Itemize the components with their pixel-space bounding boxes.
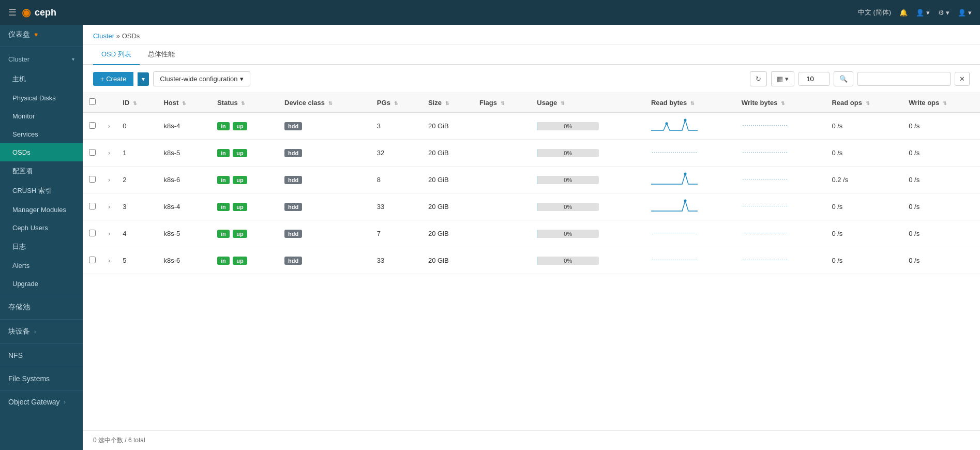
sidebar-item-block-device[interactable]: 块设备 › [0, 322, 83, 341]
sidebar-cluster-header[interactable]: Cluster ▾ [0, 49, 83, 69]
cluster-wide-config-button[interactable]: Cluster-wide configuration ▾ [153, 71, 250, 86]
sidebar-item-manager-modules[interactable]: Manager Modules [0, 201, 83, 219]
locale-selector[interactable]: 中文 (简体) [858, 8, 891, 17]
sidebar-item-alerts[interactable]: Alerts [0, 257, 83, 275]
svg-rect-135 [696, 233, 697, 233]
svg-rect-140 [751, 233, 752, 233]
row-expand-5[interactable]: › [102, 247, 116, 274]
row-checkbox-0[interactable] [89, 122, 96, 129]
row-checkbox-4[interactable] [89, 230, 96, 236]
cell-flags-0 [473, 112, 531, 140]
svg-rect-181 [745, 260, 746, 260]
usage-text-3: 0% [537, 203, 599, 211]
svg-rect-178 [693, 260, 695, 260]
sidebar-item-object-gateway[interactable]: Object Gateway › [0, 393, 83, 411]
header-size[interactable]: Size ⇅ [422, 93, 473, 112]
row-expand-3[interactable]: › [102, 193, 116, 220]
sidebar-item-logs[interactable]: 日志 [0, 237, 83, 257]
row-checkbox-cell[interactable] [83, 140, 102, 167]
svg-rect-168 [673, 260, 674, 260]
svg-rect-184 [751, 260, 752, 260]
cell-id-5: 5 [116, 247, 157, 274]
sidebar-item-ceph-users[interactable]: Ceph Users [0, 219, 83, 237]
header-flags[interactable]: Flags ⇅ [473, 93, 531, 112]
row-checkbox-5[interactable] [89, 257, 96, 263]
sidebar-item-osds[interactable]: OSDs [0, 143, 83, 161]
svg-rect-130 [685, 233, 686, 233]
badge-hdd-5: hdd [284, 257, 302, 265]
svg-rect-82 [770, 179, 771, 179]
svg-rect-97 [753, 206, 754, 206]
tab-osd-list[interactable]: OSD 列表 [93, 44, 140, 65]
row-checkbox-cell[interactable] [83, 167, 102, 193]
create-button[interactable]: + Create [93, 72, 133, 86]
user-icon[interactable]: 👤 ▾ [916, 9, 930, 17]
columns-button[interactable]: ▦ ▾ [771, 71, 794, 86]
settings-icon[interactable]: ⚙ ▾ [938, 9, 950, 17]
sidebar-item-file-systems[interactable]: File Systems [0, 369, 83, 388]
row-expand-2[interactable]: › [102, 167, 116, 193]
create-dropdown-button[interactable]: ▾ [138, 72, 149, 86]
svg-rect-166 [669, 260, 670, 260]
svg-rect-83 [772, 179, 773, 179]
row-checkbox-cell[interactable] [83, 193, 102, 220]
row-checkbox-3[interactable] [89, 203, 96, 209]
row-checkbox-cell[interactable] [83, 247, 102, 274]
svg-rect-81 [767, 179, 768, 179]
header-write-ops[interactable]: Write ops ⇅ [902, 93, 980, 112]
sidebar-item-monitor[interactable]: Monitor [0, 107, 83, 125]
breadcrumb-cluster[interactable]: Cluster [93, 32, 114, 40]
sidebar-item-config[interactable]: 配置项 [0, 161, 83, 181]
sidebar-item-storage-pool[interactable]: 存储池 [0, 297, 83, 317]
svg-rect-170 [677, 260, 678, 260]
sidebar-item-hosts[interactable]: 主机 [0, 69, 83, 89]
sidebar-item-crush[interactable]: CRUSH 索引 [0, 181, 83, 201]
header-device-class[interactable]: Device class ⇅ [278, 93, 371, 112]
sidebar-item-physical-disks[interactable]: Physical Disks [0, 89, 83, 107]
row-expand-0[interactable]: › [102, 112, 116, 140]
header-usage[interactable]: Usage ⇅ [531, 93, 645, 112]
breadcrumb-sep: » [116, 32, 120, 40]
svg-rect-124 [673, 233, 674, 233]
search-input[interactable] [857, 72, 951, 86]
tab-overall-perf[interactable]: 总体性能 [140, 44, 183, 65]
header-checkbox[interactable] [83, 93, 102, 112]
row-expand-4[interactable]: › [102, 220, 116, 247]
select-all-checkbox[interactable] [89, 98, 96, 105]
toolbar: + Create ▾ Cluster-wide configuration ▾ … [83, 65, 980, 93]
row-checkbox-2[interactable] [89, 176, 96, 183]
selection-count: 0 选中个数 / 6 total [93, 437, 145, 444]
svg-rect-46 [743, 152, 744, 153]
svg-rect-33 [671, 152, 672, 153]
row-expand-1[interactable]: › [102, 140, 116, 167]
header-id[interactable]: ID ⇅ [116, 93, 157, 112]
account-icon[interactable]: 👤 ▾ [958, 9, 972, 17]
row-checkbox-1[interactable] [89, 149, 96, 156]
read-bytes-sparkline-2 [651, 180, 698, 188]
sidebar-item-upgrade[interactable]: Upgrade [0, 275, 83, 293]
sidebar-item-nfs[interactable]: NFS [0, 346, 83, 365]
bell-icon[interactable]: 🔔 [899, 9, 908, 17]
svg-rect-129 [683, 233, 684, 233]
header-pgs[interactable]: PGs ⇅ [371, 93, 422, 112]
cell-host-2: k8s-6 [157, 167, 210, 193]
sidebar-item-services[interactable]: Services [0, 125, 83, 143]
hamburger-icon[interactable]: ☰ [8, 7, 17, 18]
header-read-ops[interactable]: Read ops ⇅ [825, 93, 902, 112]
row-checkbox-cell[interactable] [83, 220, 102, 247]
clear-search-button[interactable]: ✕ [955, 72, 970, 86]
header-write-bytes[interactable]: Write bytes ⇅ [735, 93, 826, 112]
header-status[interactable]: Status ⇅ [211, 93, 278, 112]
page-size-input[interactable] [798, 72, 830, 86]
header-read-bytes[interactable]: Read bytes ⇅ [645, 93, 735, 112]
header-host[interactable]: Host ⇅ [157, 93, 210, 112]
search-icon-button[interactable]: 🔍 [834, 71, 853, 86]
svg-rect-94 [747, 206, 748, 206]
cell-read-bytes-1 [645, 140, 735, 167]
svg-rect-35 [675, 152, 676, 153]
row-checkbox-cell[interactable] [83, 112, 102, 140]
svg-rect-158 [652, 260, 653, 260]
refresh-button[interactable]: ↻ [750, 71, 767, 86]
table-body: › 0 k8s-4 in up hdd 3 20 GiB 0% 0 /s 0 /… [83, 112, 980, 274]
sidebar-item-dashboard[interactable]: 仪表盘 ♥ [0, 25, 83, 44]
